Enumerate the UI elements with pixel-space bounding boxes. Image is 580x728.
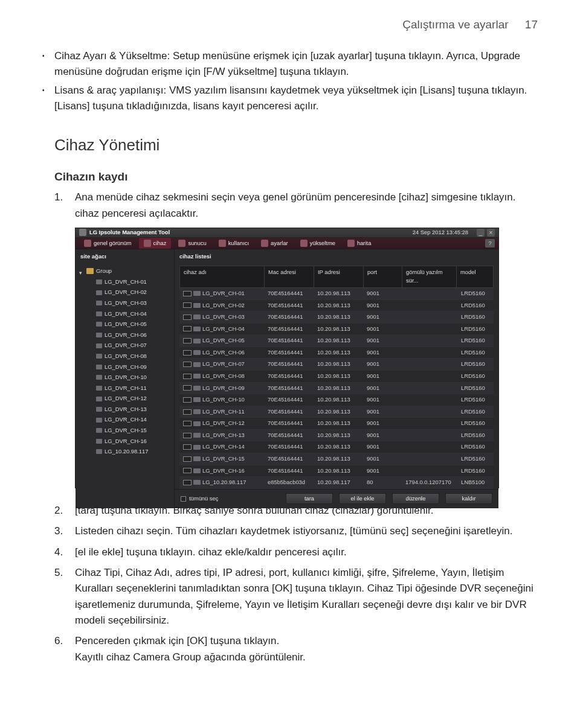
table-row[interactable]: LG_10.20.98.117e85b5bacb03d10.20.98.1178… (179, 477, 494, 489)
page-header: Çalıştırma ve ayarlar 17 (54, 18, 538, 31)
tab-overview[interactable]: genel görünüm (79, 238, 137, 249)
tab-map[interactable]: harita (343, 238, 376, 249)
select-all[interactable]: tümünü seç (181, 494, 218, 503)
checkbox-icon[interactable] (183, 315, 192, 320)
chevron-down-icon: ▾ (79, 269, 84, 273)
tree-item[interactable]: LG_DVR_CH-06 (79, 330, 170, 340)
checkbox-icon[interactable] (183, 338, 192, 343)
camera-icon (193, 339, 201, 343)
tree-item[interactable]: LG_DVR_CH-02 (79, 287, 170, 298)
camera-icon (193, 291, 201, 296)
step-1: Ana menüde cihaz sekmesini seçin veya ge… (54, 190, 538, 488)
table-row[interactable]: LG_DVR_CH-0870E4516444110.20.98.1139001L… (179, 371, 494, 383)
camera-icon (96, 290, 102, 295)
camera-icon (96, 397, 102, 401)
checkbox-icon[interactable] (183, 421, 192, 426)
camera-icon (96, 343, 102, 348)
camera-icon (96, 365, 102, 369)
tree-item[interactable]: LG_DVR_CH-15 (79, 425, 170, 436)
table-row[interactable]: LG_DVR_CH-1670E4516444110.20.98.1139001L… (179, 465, 494, 477)
table-row[interactable]: LG_DVR_CH-1570E4516444110.20.98.1139001L… (179, 453, 494, 465)
camera-icon (193, 315, 201, 319)
tree-item[interactable]: LG_DVR_CH-08 (79, 351, 170, 362)
checkbox-icon[interactable] (183, 468, 192, 473)
tree-item[interactable]: LG_DVR_CH-11 (79, 383, 170, 394)
tree-item[interactable]: LG_DVR_CH-09 (79, 362, 170, 372)
checkbox-icon[interactable] (183, 362, 192, 367)
tree-item[interactable]: LG_DVR_CH-03 (79, 298, 170, 309)
camera-icon (96, 333, 102, 337)
camera-icon (96, 375, 102, 380)
checkbox-icon[interactable] (183, 397, 192, 403)
gear-icon (261, 240, 268, 247)
tree-item[interactable]: LG_DVR_CH-05 (79, 319, 170, 330)
table-row[interactable]: LG_DVR_CH-0970E4516444110.20.98.1139001L… (179, 383, 494, 395)
table-row[interactable]: LG_DVR_CH-1270E4516444110.20.98.1139001L… (179, 418, 494, 430)
checkbox-icon[interactable] (183, 433, 192, 438)
camera-icon (96, 449, 102, 454)
tree-item[interactable]: LG_DVR_CH-04 (79, 308, 170, 319)
overview-icon (84, 240, 91, 247)
tab-user[interactable]: kullanıcı (214, 238, 254, 249)
checkbox-icon[interactable] (183, 409, 192, 415)
map-icon (347, 240, 355, 247)
sub-heading: Cihazın kaydı (54, 170, 538, 184)
table-row[interactable]: LG_DVR_CH-1070E4516444110.20.98.1139001L… (179, 394, 494, 406)
table-row[interactable]: LG_DVR_CH-0770E4516444110.20.98.1139001L… (179, 359, 494, 371)
checkbox-icon[interactable] (183, 456, 192, 462)
checkbox-icon[interactable] (183, 385, 192, 391)
camera-icon (193, 421, 201, 426)
tree-item[interactable]: LG_DVR_CH-13 (79, 404, 170, 415)
tree-item[interactable]: LG_DVR_CH-07 (79, 340, 170, 351)
app-icon (79, 229, 86, 236)
col-fw[interactable]: gömülü yazılm sür... (402, 266, 457, 287)
checkbox-icon[interactable] (183, 480, 192, 485)
tab-server[interactable]: sunucu (173, 238, 211, 249)
col-model[interactable]: model (457, 266, 493, 287)
help-button[interactable]: ? (485, 239, 495, 247)
minimize-button[interactable]: _ (477, 229, 485, 237)
table-row[interactable]: LG_DVR_CH-1370E4516444110.20.98.1139001L… (179, 430, 494, 442)
section-heading: Cihaz Yönetimi (54, 136, 538, 155)
close-button[interactable]: × (487, 229, 495, 237)
checkbox-icon[interactable] (183, 444, 192, 450)
checkbox-icon[interactable] (181, 496, 186, 502)
table-row[interactable]: LG_DVR_CH-0170E4516444110.20.98.1139001L… (179, 288, 494, 300)
tree-item[interactable]: LG_DVR_CH-12 (79, 394, 170, 404)
table-row[interactable]: LG_DVR_CH-0370E4516444110.20.98.1139001L… (179, 311, 494, 324)
tab-settings[interactable]: ayarlar (256, 238, 293, 249)
table-row[interactable]: LG_DVR_CH-0470E4516444110.20.98.1139001L… (179, 324, 494, 336)
table-row[interactable]: LG_DVR_CH-1470E4516444110.20.98.1139001L… (179, 441, 494, 453)
camera-icon (96, 439, 102, 444)
col-ip[interactable]: IP adresi (314, 266, 364, 287)
tab-device[interactable]: cihaz (139, 238, 172, 249)
tab-upgrade[interactable]: yükseltme (295, 238, 340, 249)
table-row[interactable]: LG_DVR_CH-0270E4516444110.20.98.1139001L… (179, 300, 494, 312)
titlebar: LG Ipsolute Management Tool 24 Sep 2012 … (76, 228, 498, 238)
tree-item[interactable]: LG_10.20.98.117 (79, 447, 170, 458)
camera-icon (193, 409, 201, 414)
site-tree-header: site ağacı (76, 249, 174, 264)
step-4: [el ile ekle] tuşuna tıklayın. cihaz ekl… (54, 544, 538, 560)
camera-icon (193, 362, 201, 367)
col-port[interactable]: port (364, 266, 402, 287)
checkbox-icon[interactable] (183, 350, 192, 356)
table-row[interactable]: LG_DVR_CH-0670E4516444110.20.98.1139001L… (179, 347, 494, 359)
tree-group[interactable]: ▾ Group (79, 267, 170, 276)
checkbox-icon[interactable] (183, 326, 192, 331)
checkbox-icon[interactable] (183, 291, 192, 296)
camera-icon (96, 354, 102, 359)
tree-item[interactable]: LG_DVR_CH-16 (79, 436, 170, 447)
camera-icon (96, 386, 102, 391)
col-name[interactable]: cihaz adı (180, 266, 265, 287)
tree-item[interactable]: LG_DVR_CH-14 (79, 415, 170, 426)
tree-item[interactable]: LG_DVR_CH-01 (79, 276, 170, 287)
col-mac[interactable]: Mac adresi (265, 266, 314, 287)
checkbox-icon[interactable] (183, 374, 192, 379)
device-icon (144, 240, 151, 247)
table-row[interactable]: LG_DVR_CH-0570E4516444110.20.98.1139001L… (179, 335, 494, 347)
checkbox-icon[interactable] (183, 302, 192, 308)
tree-item[interactable]: LG_DVR_CH-10 (79, 372, 170, 383)
device-panel: cihaz listesi cihaz adı Mac adresi IP ad… (175, 249, 498, 508)
table-row[interactable]: LG_DVR_CH-1170E4516444110.20.98.1139001L… (179, 406, 494, 418)
